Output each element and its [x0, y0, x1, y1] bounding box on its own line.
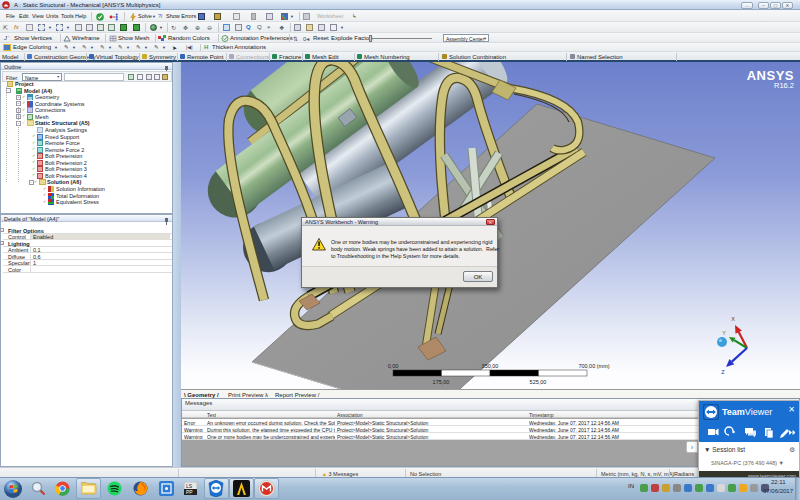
- svg-text:175,00: 175,00: [433, 379, 450, 385]
- svg-text:525,00: 525,00: [530, 379, 547, 385]
- svg-text:Z: Z: [721, 369, 725, 375]
- svg-text:0,00: 0,00: [388, 363, 399, 369]
- svg-text:350,00: 350,00: [482, 363, 499, 369]
- svg-text:Y: Y: [722, 330, 726, 336]
- svg-text:X: X: [731, 316, 735, 322]
- svg-text:PP: PP: [186, 489, 193, 495]
- svg-text:700,00 (mm): 700,00 (mm): [578, 363, 609, 369]
